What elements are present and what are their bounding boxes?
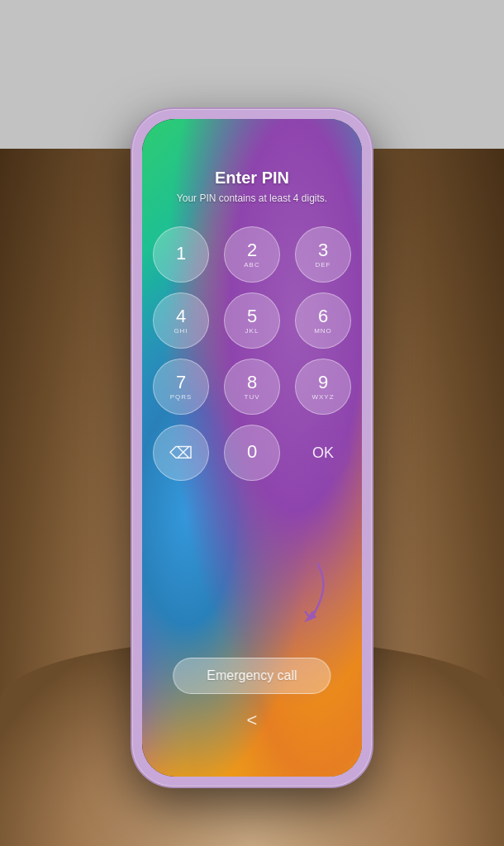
key-0[interactable]: 0 [224, 425, 280, 481]
key-backspace[interactable]: ⌫ [153, 425, 209, 481]
back-button[interactable]: < [247, 710, 258, 731]
keypad-row-4: ⌫ 0 OK [153, 425, 351, 481]
emergency-call-button[interactable]: Emergency call [173, 658, 330, 694]
key-6[interactable]: 6 MNO [295, 292, 351, 349]
key-3[interactable]: 3 DEF [295, 226, 351, 283]
key-7[interactable]: 7 PQRS [153, 359, 209, 415]
phone-device: Enter PIN Your PIN contains at least 4 d… [132, 109, 372, 787]
pin-subtitle: Your PIN contains at least 4 digits. [142, 192, 362, 204]
key-4[interactable]: 4 GHI [153, 292, 209, 349]
keypad-row-3: 7 PQRS 8 TUV 9 WXYZ [153, 359, 351, 415]
key-1[interactable]: 1 [153, 226, 209, 283]
phone-screen: Enter PIN Your PIN contains at least 4 d… [142, 119, 362, 777]
keypad-row-2: 4 GHI 5 JKL 6 MNO [153, 292, 351, 349]
pin-header: Enter PIN Your PIN contains at least 4 d… [142, 169, 362, 204]
keypad-row-1: 1 2 ABC 3 DEF [153, 226, 351, 283]
key-2[interactable]: 2 ABC [224, 226, 280, 283]
pin-title: Enter PIN [142, 169, 362, 188]
key-ok[interactable]: OK [295, 425, 351, 481]
key-8[interactable]: 8 TUV [224, 359, 280, 415]
key-9[interactable]: 9 WXYZ [295, 359, 351, 415]
key-5[interactable]: 5 JKL [224, 292, 280, 349]
backspace-icon: ⌫ [169, 443, 193, 463]
keypad: 1 2 ABC 3 DEF 4 GHI 5 [153, 226, 351, 491]
